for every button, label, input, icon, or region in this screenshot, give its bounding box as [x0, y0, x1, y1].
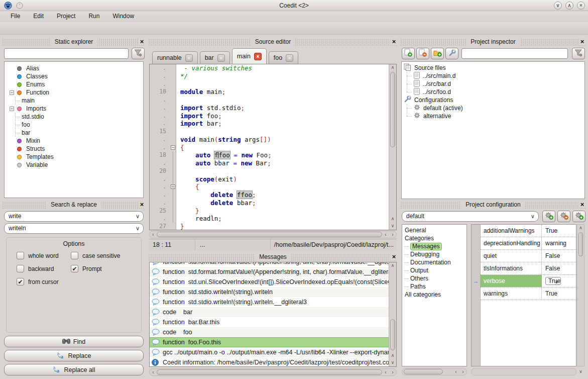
- category-documentation[interactable]: Documentation: [402, 258, 466, 266]
- tab-main[interactable]: main×: [232, 48, 267, 64]
- menu-item-project[interactable]: Project: [50, 11, 82, 22]
- checkbox-box[interactable]: [17, 265, 24, 272]
- scroll-down-icon[interactable]: ∨: [577, 368, 584, 375]
- scroll-up-icon[interactable]: ∧: [389, 64, 396, 71]
- minimize-button[interactable]: ∨: [554, 2, 562, 10]
- explorer-filter-input[interactable]: [4, 48, 129, 59]
- checkbox-case-sensitive[interactable]: case sensitive: [71, 252, 120, 259]
- remove-source-button[interactable]: [416, 48, 429, 59]
- replace-button[interactable]: ba Replace: [4, 350, 144, 361]
- close-icon[interactable]: ×: [138, 201, 146, 208]
- explorer-item-main[interactable]: main: [16, 97, 143, 105]
- close-icon[interactable]: ×: [578, 201, 586, 208]
- checkbox-backward[interactable]: backward: [17, 265, 54, 272]
- category-others[interactable]: Others: [402, 274, 466, 282]
- fold-collapse-icon[interactable]: −: [171, 184, 175, 189]
- tab-close-icon[interactable]: ×: [254, 53, 262, 60]
- close-icon[interactable]: ×: [138, 38, 146, 45]
- message-row[interactable]: function std.stdio.writeln!(string).writ…: [150, 287, 389, 297]
- inspector-item-alternative[interactable]: alternative: [402, 112, 584, 120]
- checkbox-whole-word[interactable]: whole word: [17, 252, 59, 259]
- tab-close-icon[interactable]: ×: [286, 54, 293, 62]
- panel-header[interactable]: Static explorer ×: [2, 38, 146, 46]
- scroll-right-icon[interactable]: ›: [389, 369, 396, 375]
- message-row[interactable]: function std.uni.SliceOverIndexed!(int[]…: [150, 277, 389, 287]
- remove-configuration-button[interactable]: [557, 211, 570, 222]
- replace-all-button[interactable]: ba Replace all: [4, 364, 144, 375]
- scroll-thumb[interactable]: [578, 232, 583, 256]
- scroll-thumb[interactable]: [390, 319, 395, 350]
- close-icon[interactable]: ×: [578, 38, 586, 45]
- message-row[interactable]: function std.format.formatValue!(Appende…: [150, 262, 389, 267]
- message-row[interactable]: gcc ../output/main.o -o ../output/main.e…: [150, 347, 389, 357]
- collapse-expander-icon[interactable]: −: [10, 90, 14, 95]
- inspector-item-src-bar-d[interactable]: ../src/bar.d: [402, 80, 584, 88]
- scroll-left-icon[interactable]: ‹: [150, 232, 157, 237]
- checkbox-box[interactable]: [17, 252, 24, 259]
- maximize-button[interactable]: ∧: [565, 2, 573, 10]
- explorer-item-std-stdio[interactable]: std.stdio: [16, 113, 143, 121]
- category-all-categories[interactable]: All categories: [402, 291, 466, 299]
- search-term-combobox[interactable]: write ∨: [4, 211, 144, 222]
- explorer-item-imports[interactable]: −Imports: [5, 105, 143, 113]
- add-folder-button[interactable]: [431, 48, 444, 59]
- messages-vscrollbar[interactable]: ∧ ∧ ∨: [389, 262, 396, 366]
- checkbox-box[interactable]: ✔: [71, 265, 78, 272]
- grid-hscrollbar[interactable]: [471, 368, 576, 375]
- window-menu-icon[interactable]: [16, 2, 23, 9]
- scroll-up-icon[interactable]: ∧: [389, 352, 396, 359]
- explorer-item-enums[interactable]: Enums: [5, 80, 143, 88]
- menu-item-window[interactable]: Window: [106, 11, 141, 22]
- filter-button[interactable]: [572, 48, 585, 59]
- explorer-item-structs[interactable]: Structs: [5, 145, 143, 153]
- message-row[interactable]: function std.format.formatValue!(Appende…: [150, 267, 389, 277]
- panel-header[interactable]: Messages ×: [148, 253, 398, 261]
- fold-collapse-icon[interactable]: −: [171, 145, 175, 150]
- scroll-left-icon[interactable]: ‹: [382, 369, 389, 375]
- explorer-item-function[interactable]: −Function: [5, 88, 143, 97]
- scroll-left-icon[interactable]: ‹: [150, 369, 157, 375]
- property-row-additionalwarnings[interactable]: additionalWarningsTrue: [481, 225, 576, 237]
- close-icon[interactable]: ×: [390, 253, 398, 260]
- inspector-filter-input[interactable]: [461, 48, 568, 59]
- category-messages[interactable]: Messages: [402, 242, 466, 250]
- grid-vscrollbar[interactable]: ∧: [577, 224, 584, 366]
- message-row[interactable]: function std.stdio.writeln!(string).writ…: [150, 297, 389, 307]
- scroll-up-icon[interactable]: ∧: [577, 225, 584, 232]
- close-icon[interactable]: ×: [390, 38, 398, 45]
- message-row[interactable]: code bar: [150, 307, 389, 317]
- project-tools-button[interactable]: [445, 48, 458, 59]
- checkbox-prompt[interactable]: ✔Prompt: [71, 265, 102, 272]
- inspector-item-default-active[interactable]: default (active): [402, 104, 584, 112]
- configuration-combobox[interactable]: default ∨: [402, 211, 539, 222]
- property-row-warnings[interactable]: warningsTrue: [481, 288, 576, 300]
- inspector-item-source-files[interactable]: Source files: [402, 64, 584, 72]
- tab-bar[interactable]: bar×: [200, 51, 230, 64]
- explorer-item-classes[interactable]: Classes: [5, 72, 143, 80]
- panel-header[interactable]: Source editor ×: [148, 38, 398, 46]
- messages-hscrollbar[interactable]: ‹ ‹ ›: [149, 368, 397, 376]
- inspector-item-src-main-d[interactable]: ../src/main.d: [402, 72, 584, 80]
- explorer-item-alias[interactable]: Alias: [5, 64, 143, 72]
- filter-button[interactable]: [132, 48, 145, 59]
- scroll-left-icon[interactable]: ‹: [452, 369, 459, 374]
- category-general[interactable]: General: [402, 226, 466, 234]
- panel-header[interactable]: Search & replace ×: [2, 201, 146, 209]
- category-output[interactable]: Output: [402, 266, 466, 274]
- menu-item-run[interactable]: Run: [82, 11, 106, 22]
- sync-configuration-button[interactable]: [572, 211, 585, 222]
- tab-foo[interactable]: foo×: [269, 51, 298, 64]
- scroll-down-icon[interactable]: ∨: [389, 223, 396, 230]
- find-button[interactable]: Find: [4, 336, 144, 347]
- scroll-up-icon[interactable]: ∧: [389, 216, 396, 223]
- menu-item-edit[interactable]: Edit: [27, 11, 50, 22]
- add-source-button[interactable]: [402, 48, 415, 59]
- scroll-up-icon[interactable]: ∧: [389, 262, 396, 269]
- inspector-item-src-foo-d[interactable]: ../src/foo.d: [402, 88, 584, 96]
- category-categories[interactable]: Categories: [402, 234, 466, 242]
- explorer-item-variable[interactable]: Variable: [5, 161, 143, 169]
- tab-runnable[interactable]: runnable×: [152, 51, 198, 64]
- category-paths[interactable]: Paths: [402, 282, 466, 291]
- menu-item-file[interactable]: File: [4, 11, 27, 22]
- collapse-expander-icon[interactable]: −: [10, 107, 14, 111]
